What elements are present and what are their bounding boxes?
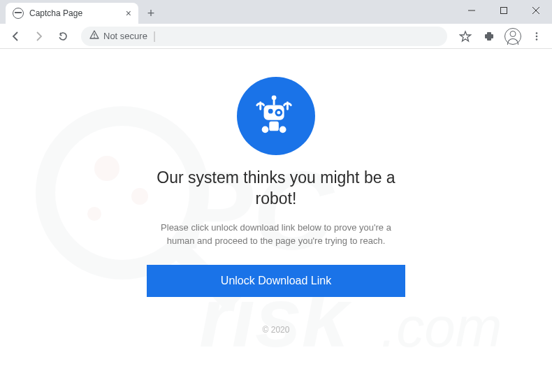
svg-point-11 <box>94 156 119 181</box>
tab-title: Captcha Page <box>29 8 120 18</box>
reload-button[interactable] <box>53 27 73 46</box>
avatar-icon <box>504 28 521 45</box>
copyright-text: © 2020 <box>147 325 405 335</box>
globe-icon <box>13 8 24 19</box>
address-bar[interactable]: Not secure | <box>81 27 447 46</box>
maximize-button[interactable] <box>488 0 520 21</box>
security-indicator[interactable]: Not secure <box>89 30 147 42</box>
extensions-icon[interactable] <box>479 27 499 46</box>
toolbar-right <box>456 27 546 46</box>
window-controls <box>456 0 552 21</box>
new-tab-button[interactable]: + <box>141 3 161 23</box>
profile-avatar[interactable] <box>503 27 523 46</box>
unlock-download-button[interactable]: Unlock Download Link <box>147 265 405 297</box>
minimize-button[interactable] <box>456 0 488 21</box>
svg-point-20 <box>279 126 286 133</box>
close-window-button[interactable] <box>520 0 552 21</box>
svg-rect-18 <box>269 122 279 131</box>
menu-button[interactable] <box>527 27 546 46</box>
svg-point-19 <box>262 126 269 133</box>
svg-point-23 <box>277 111 280 115</box>
not-secure-label: Not secure <box>103 31 147 41</box>
svg-point-12 <box>131 188 148 205</box>
svg-point-6 <box>536 32 538 34</box>
back-button[interactable] <box>6 27 25 46</box>
svg-point-7 <box>536 35 538 37</box>
forward-button[interactable] <box>29 27 49 46</box>
captcha-card: Our system thinks you might be a robot! … <box>147 77 405 335</box>
browser-title-bar: Captcha Page × + <box>0 0 552 24</box>
svg-point-13 <box>87 207 101 221</box>
url-separator: | <box>153 30 156 43</box>
warning-icon <box>89 30 99 42</box>
svg-point-8 <box>536 38 538 41</box>
page-content: PC risk .com Our system <box>0 49 552 392</box>
svg-point-21 <box>268 109 273 114</box>
browser-toolbar: Not secure | <box>0 24 552 49</box>
bookmark-star-icon[interactable] <box>456 27 475 46</box>
close-tab-icon[interactable]: × <box>126 8 131 19</box>
captcha-subtext: Please click unlock download link below … <box>147 221 405 248</box>
robot-icon <box>237 77 315 155</box>
browser-tab[interactable]: Captcha Page × <box>6 3 138 24</box>
svg-point-5 <box>94 36 95 38</box>
svg-point-25 <box>272 95 277 100</box>
captcha-headline: Our system thinks you might be a robot! <box>147 168 405 210</box>
svg-rect-1 <box>501 8 507 14</box>
